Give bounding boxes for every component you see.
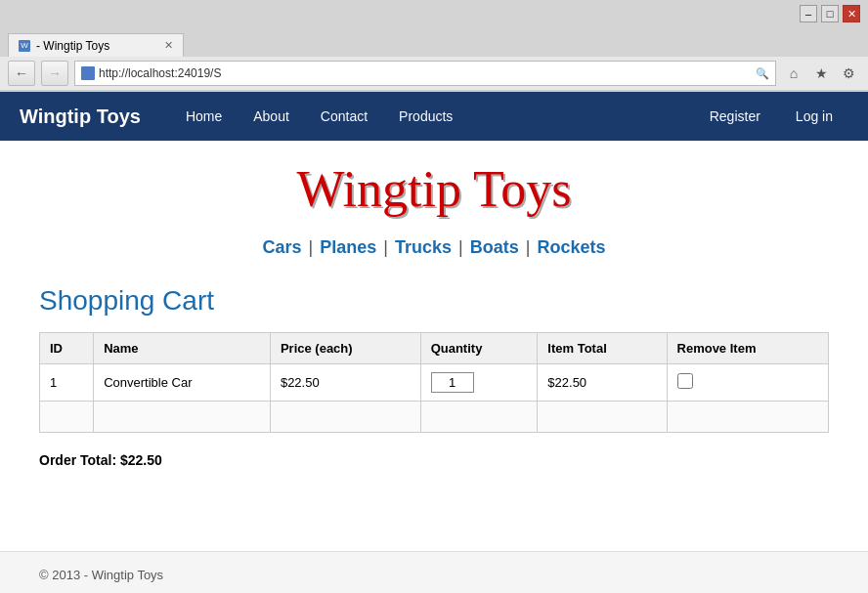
home-icon[interactable]: ⌂	[782, 62, 805, 85]
tab-favicon: W	[19, 40, 30, 52]
cart-item-price: $22.50	[270, 364, 420, 402]
empty-id	[40, 402, 94, 433]
nav-link-products[interactable]: Products	[383, 94, 468, 139]
title-bar: – □ ✕	[0, 0, 868, 27]
table-row: 1 Convertible Car $22.50 $22.50	[40, 364, 829, 402]
col-header-quantity: Quantity	[420, 333, 538, 364]
browser-tab[interactable]: W - Wingtip Toys ✕	[8, 33, 184, 57]
shopping-cart-heading: Shopping Cart	[39, 285, 829, 317]
col-header-price: Price (each)	[270, 333, 420, 364]
cart-quantity-input[interactable]	[431, 372, 474, 393]
category-link-trucks[interactable]: Trucks	[395, 237, 452, 257]
empty-price	[270, 402, 420, 433]
site-brand-link[interactable]: Wingtip Toys	[20, 106, 141, 128]
category-link-cars[interactable]: Cars	[262, 237, 301, 257]
back-button[interactable]: ←	[8, 61, 35, 86]
cart-item-name: Convertible Car	[94, 364, 271, 402]
nav-link-register[interactable]: Register	[694, 94, 776, 139]
tab-bar: W - Wingtip Toys ✕	[0, 27, 868, 57]
site-main: Wingtip Toys Cars | Planes | Trucks | Bo…	[0, 141, 868, 551]
window-controls: – □ ✕	[800, 5, 860, 22]
minimize-button[interactable]: –	[800, 5, 817, 22]
nav-link-about[interactable]: About	[238, 94, 305, 139]
col-header-id: ID	[40, 333, 94, 364]
cat-sep-3: |	[458, 237, 463, 257]
col-header-item-total: Item Total	[538, 333, 667, 364]
browser-toolbar-icons: ⌂ ★ ⚙	[782, 62, 860, 85]
site-heading: Wingtip Toys	[297, 160, 572, 218]
remove-item-checkbox[interactable]	[677, 373, 693, 389]
empty-total	[538, 402, 667, 433]
col-header-remove: Remove Item	[667, 333, 828, 364]
empty-name	[94, 402, 271, 433]
nav-link-home[interactable]: Home	[170, 94, 238, 139]
close-button[interactable]: ✕	[843, 5, 860, 22]
empty-remove	[667, 402, 828, 433]
category-link-planes[interactable]: Planes	[320, 237, 376, 257]
maximize-button[interactable]: □	[821, 5, 839, 22]
tab-close-button[interactable]: ✕	[164, 39, 173, 52]
col-header-name: Name	[94, 333, 271, 364]
category-link-boats[interactable]: Boats	[470, 237, 519, 257]
cart-item-quantity-cell	[420, 364, 538, 402]
category-links: Cars | Planes | Trucks | Boats | Rockets	[39, 237, 829, 258]
site-title-wrap: Wingtip Toys	[39, 160, 829, 218]
url-bar[interactable]: http://localhost:24019/S 🔍	[74, 61, 776, 86]
cat-sep-1: |	[309, 237, 314, 257]
shopping-cart-table: ID Name Price (each) Quantity Item Total…	[39, 332, 829, 433]
url-text: http://localhost:24019/S	[99, 66, 752, 80]
settings-icon[interactable]: ⚙	[837, 62, 860, 85]
site-footer: © 2013 - Wingtip Toys	[0, 551, 868, 593]
nav-right-links: Register Log in	[694, 94, 848, 139]
site-nav: Wingtip Toys Home About Contact Products…	[0, 92, 868, 141]
table-row-empty	[40, 402, 829, 433]
nav-link-contact[interactable]: Contact	[305, 94, 383, 139]
cat-sep-2: |	[383, 237, 388, 257]
footer-text: © 2013 - Wingtip Toys	[39, 568, 163, 582]
cart-item-total: $22.50	[538, 364, 667, 402]
browser-chrome: – □ ✕ W - Wingtip Toys ✕ ← → http://loca…	[0, 0, 868, 92]
category-link-rockets[interactable]: Rockets	[537, 237, 605, 257]
forward-button[interactable]: →	[41, 61, 68, 86]
empty-quantity	[420, 402, 538, 433]
nav-links: Home About Contact Products	[170, 94, 694, 139]
tab-title: - Wingtip Toys	[36, 39, 109, 53]
order-total: Order Total: $22.50	[39, 452, 829, 468]
nav-link-login[interactable]: Log in	[780, 94, 848, 139]
address-bar: ← → http://localhost:24019/S 🔍 ⌂ ★ ⚙	[0, 57, 868, 91]
url-search-icon: 🔍	[756, 67, 769, 80]
url-favicon-icon	[81, 66, 95, 80]
cat-sep-4: |	[526, 237, 531, 257]
cart-item-id: 1	[40, 364, 94, 402]
favorites-icon[interactable]: ★	[809, 62, 833, 85]
cart-item-remove-cell	[667, 364, 828, 402]
